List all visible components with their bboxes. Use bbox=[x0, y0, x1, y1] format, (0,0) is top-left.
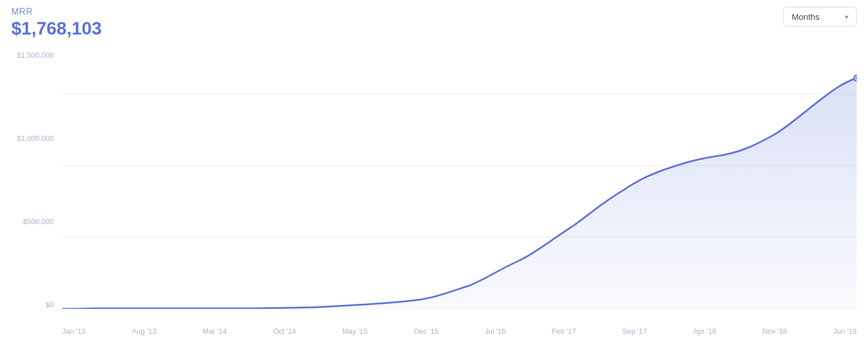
x-axis: Jan '13 Aug '13 Mar '14 Oct '14 May '15 … bbox=[62, 327, 857, 335]
dropdown-container: Months ▾ bbox=[783, 7, 857, 27]
chevron-down-icon: ▾ bbox=[845, 13, 848, 21]
x-label-may15: May '15 bbox=[342, 327, 368, 335]
x-label-dec15: Dec '15 bbox=[414, 327, 439, 335]
x-label-feb17: Feb '17 bbox=[552, 327, 576, 335]
x-label-aug13: Aug '13 bbox=[132, 327, 157, 335]
y-label-0: $0 bbox=[46, 300, 54, 309]
y-label-1500k: $1,500,000 bbox=[17, 51, 54, 59]
x-label-jan13: Jan '13 bbox=[62, 327, 86, 335]
x-label-nov18: Nov '18 bbox=[762, 327, 787, 335]
y-label-1000k: $1,000,000 bbox=[17, 134, 54, 143]
x-label-apr18: Apr '18 bbox=[693, 327, 717, 335]
months-dropdown[interactable]: Months ▾ bbox=[783, 7, 857, 27]
mrr-value: $1,768,103 bbox=[11, 18, 102, 39]
x-label-jun19: Jun '19 bbox=[833, 327, 857, 335]
header-area: MRR $1,768,103 bbox=[11, 7, 102, 39]
x-label-jul16: Jul '16 bbox=[485, 327, 506, 335]
chart-container: MRR $1,768,103 Months ▾ $1,500,000 $1,00… bbox=[0, 0, 868, 340]
dropdown-label: Months bbox=[792, 12, 819, 21]
mrr-label: MRR bbox=[11, 7, 102, 17]
x-label-oct14: Oct '14 bbox=[273, 327, 296, 335]
mrr-chart bbox=[62, 51, 857, 309]
y-label-500k: $500,000 bbox=[23, 217, 54, 226]
x-label-sep17: Sep '17 bbox=[622, 327, 647, 335]
x-label-mar14: Mar '14 bbox=[203, 327, 227, 335]
y-axis: $1,500,000 $1,000,000 $500,000 $0 bbox=[0, 51, 59, 309]
